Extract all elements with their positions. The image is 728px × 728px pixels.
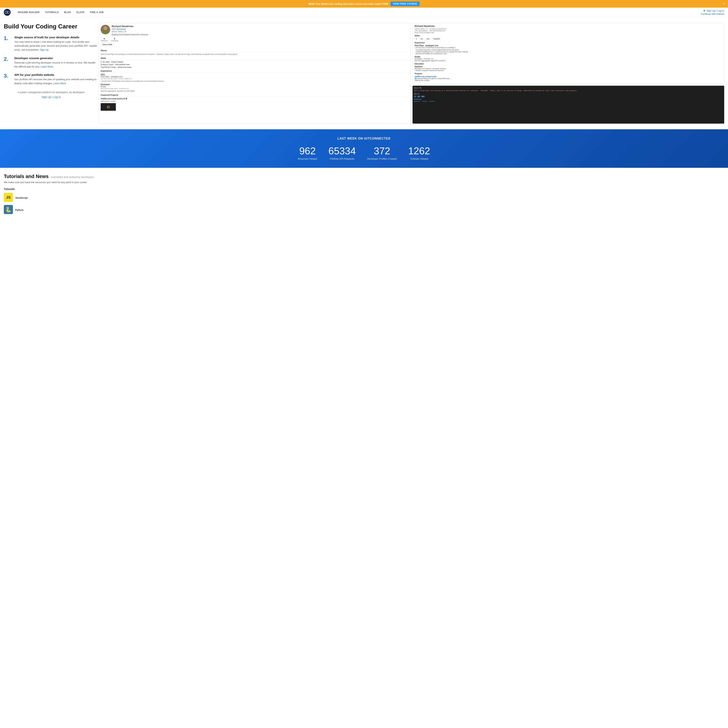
stat-portfolio-api-num: 65334 [328, 146, 356, 156]
profile-header: Richard Hendricks CEO @piedpiper Silicon… [101, 25, 408, 36]
followers-label: Followers [101, 40, 108, 42]
hero-title: Build Your Coding Career [4, 23, 99, 30]
project-middle-out-2: middle-out-compression 🌐 www.hookkeys/ ⚙… [414, 75, 722, 81]
exp-ceo-date: Apr 2014 to Dec 2019 · Silicon Valley, C… [101, 78, 408, 80]
code-profiles-links: @hoover · GitLab · Twitter [414, 101, 723, 102]
code-skills-label: Skills [414, 93, 723, 95]
exp-aviato-2: Aviato Developer · Fremont, CA Built the… [414, 56, 722, 62]
projects-label-2: Projects [414, 73, 722, 75]
hero-step-2: 2. Developer resume generator Generate a… [4, 57, 99, 69]
step-3-body: Our portfolio API removes the pain of up… [14, 78, 99, 86]
nav-blog[interactable]: BLOG [61, 8, 74, 17]
signup-login-link[interactable]: Sign Up / Log In [707, 9, 724, 12]
exp-aviato-role-2: Developer · Fremont, CA [414, 58, 722, 60]
tutorial-javascript[interactable]: JS JavaScript [4, 193, 724, 202]
nav-find-a-job[interactable]: FIND A JOB [87, 8, 106, 17]
nav-resume-builder[interactable]: RESUME BUILDER [15, 8, 42, 17]
skill-c: C 10 years · Expert ●●●●● [101, 61, 408, 63]
nav-auth: Sign Up / Log In Continue with GitHub [701, 9, 724, 15]
logo-icon [4, 9, 11, 16]
continue-github-link[interactable]: Continue with GitHub [701, 12, 724, 15]
hero-left: Build Your Coding Career 1. Single sourc… [4, 23, 99, 124]
main-nav: RESUME BUILDER TUTORIALS BLOG SLACK FIND… [0, 8, 728, 17]
followers-count: 0 [101, 38, 108, 40]
stat-resumes-viewed: 962 Resumes Viewed [298, 146, 317, 160]
tutorials-cat-label: Tutorials [4, 188, 724, 191]
hero-signup: Sign Up / Log In [4, 96, 99, 99]
code-skill-go: Go [417, 96, 420, 98]
hero-right: Richard Hendricks CEO @piedpiper Silicon… [99, 23, 724, 124]
javascript-icon: JS [4, 193, 13, 202]
tutorials-subtitle: Submitted and ranked by developers [51, 176, 94, 179]
share-profile-button[interactable]: Share Profile [101, 43, 114, 46]
profile-info: Richard Hendricks CEO @piedpiper Silicon… [112, 25, 408, 36]
tutorials-desc: We make sure you have the resources you … [4, 181, 724, 184]
stat-tutorials-viewed-label: Tutorials Viewed [408, 158, 430, 160]
skill-typescript: TypeScript 3 years · Advanced ●●●● [101, 66, 408, 68]
exp-pied-piper-bullet-2: · Created PiedPiperCoin, a cryptocurrenc… [414, 51, 722, 53]
stat-portfolio-api-label: Portfolio API Requests [328, 158, 356, 160]
hero-tagline: A career management platform for develop… [4, 91, 99, 94]
project-making-small-2: Making files smaller [414, 80, 722, 81]
exp-ceo-desc: I am the CEO of PiedPiper and working on… [101, 80, 408, 83]
profile-name: Richard Hendricks [112, 25, 408, 28]
about-text: CEO of Pied Piper and working on a decen… [101, 53, 408, 55]
banner-text: NEW! The Skilled.dev coding interview co… [309, 3, 388, 5]
nav-tutorials[interactable]: TUTORIALS [42, 8, 61, 17]
stats-title: LAST WEEK ON GITCONNECTED [4, 137, 724, 140]
profile-card-secondary: Richard Hendricks Silicon Valley, CA · 1… [413, 23, 724, 84]
step-1-content: Single source of truth for your develope… [14, 36, 99, 52]
hero-steps: 1. Single source of truth for your devel… [4, 36, 99, 86]
step-2-content: Developer resume generator Generate a jo… [14, 57, 99, 69]
hero-step-3: 3. API for your portfolio website Our po… [4, 73, 99, 86]
logo-svg [5, 10, 10, 15]
exp-dev-company: Aviato [101, 86, 408, 87]
profile-meta-2: Silicon Valley, CA · 10 years of experie… [414, 28, 722, 34]
step-1-heading: Single source of truth for your develope… [14, 36, 99, 39]
followers-stat: 0 Followers [101, 38, 108, 42]
stats-section: LAST WEEK ON GITCONNECTED 962 Resumes Vi… [0, 129, 728, 168]
python-icon: 🐍 [4, 205, 13, 214]
step-2-heading: Developer resume generator [14, 57, 99, 60]
avatar [101, 25, 110, 34]
following-count: 0 [111, 38, 118, 40]
exp-pied-piper-name-2: Pied Piper · piedpiper.com [414, 44, 722, 47]
step-2-link[interactable]: Learn More [41, 65, 53, 68]
hero-section: Build Your Coding Career 1. Single sourc… [0, 17, 728, 129]
stat-dev-profiles-label: Developer Profiles Created [367, 158, 397, 160]
exp-pied-piper-role-2: I am the CEO of PiedPiper and working on… [414, 47, 722, 49]
step-2-body: Generate a job-winning developer resume … [14, 61, 99, 69]
promo-banner: NEW! The Skilled.dev coding interview co… [0, 0, 728, 8]
stat-resumes-viewed-label: Resumes Viewed [298, 158, 317, 160]
svg-point-4 [102, 30, 108, 34]
banner-close-button[interactable]: × [723, 2, 725, 6]
edu-stanford: Stanford Bachelor's of Science, Computer… [414, 66, 722, 72]
exp-pied-piper-bullet-1: · Launched PiperNet, a decentralized int… [414, 49, 722, 51]
step-3-link[interactable]: Learn More [53, 82, 66, 85]
project-links-2: 🌐 www.hookkeys/ ⚙ github.com/portfolio-a… [414, 78, 722, 80]
code-about: CEO of Pied Piper and working on a decen… [414, 90, 723, 92]
exp-dev-date: Mar 2014 to May 2014 · Fremont, CA [101, 87, 408, 89]
step-1-body: You only need to share 1 link when looki… [14, 40, 99, 52]
nav-slack[interactable]: SLACK [74, 8, 87, 17]
hero-signup-link[interactable]: Sign Up / Log In [42, 96, 61, 99]
skill-chip-ts: Tradelink [431, 38, 441, 40]
profile-card-main: Richard Hendricks CEO @piedpiper Silicon… [99, 23, 411, 124]
skills-label-2: Skills: [414, 35, 722, 37]
exp-aviato-name-2: Aviato [414, 56, 722, 58]
tutorial-python[interactable]: 🐍 Python [4, 205, 724, 214]
code-header: About Me [414, 87, 723, 89]
step-1-link[interactable]: Sign Up [40, 48, 49, 51]
stat-resumes-viewed-num: 962 [298, 146, 317, 156]
view-course-button[interactable]: VIEW FREE COURSE [390, 2, 419, 6]
stat-portfolio-api: 65334 Portfolio API Requests [328, 146, 356, 160]
code-skill-aws: Aws [421, 96, 425, 98]
nav-links: RESUME BUILDER TUTORIALS BLOG SLACK FIND… [15, 8, 701, 17]
project-link-2[interactable]: middle-out-compression [414, 75, 722, 78]
svg-point-3 [104, 26, 107, 30]
tutorials-title: Tutorials and News [4, 173, 49, 179]
logo[interactable] [4, 9, 11, 16]
code-profiles-label: Profiles [414, 99, 723, 100]
stat-tutorials-viewed: 1262 Tutorials Viewed [408, 146, 430, 160]
edu-stanford-name: Stanford [414, 66, 722, 68]
